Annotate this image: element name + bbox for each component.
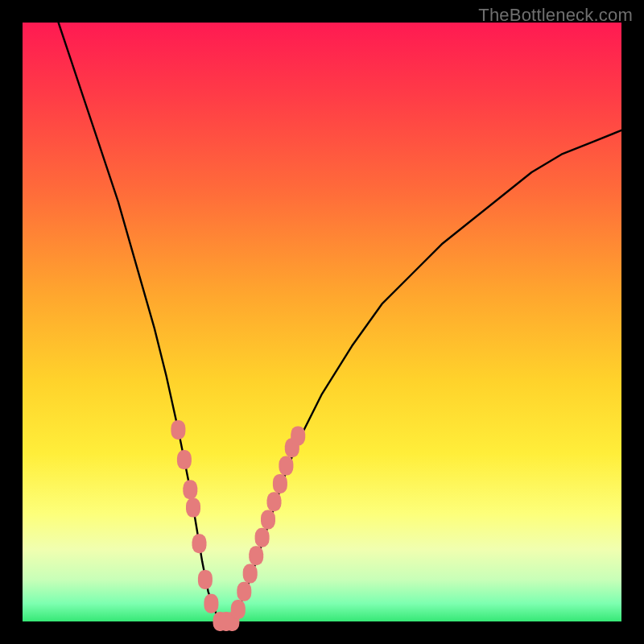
scatter-marker <box>255 528 270 547</box>
scatter-marker <box>273 474 287 493</box>
scatter-marker <box>192 534 207 553</box>
scatter-marker <box>171 420 185 440</box>
scatter-marker <box>243 564 258 584</box>
scatter-marker <box>204 594 218 613</box>
scatter-markers <box>171 420 305 631</box>
scatter-marker <box>183 480 197 499</box>
chart-frame: TheBottleneck.com <box>0 0 644 644</box>
bottleneck-curve <box>59 23 621 621</box>
scatter-marker <box>291 426 305 445</box>
scatter-marker <box>186 498 200 518</box>
scatter-marker <box>279 456 293 476</box>
scatter-marker <box>198 570 213 589</box>
scatter-marker <box>267 492 282 511</box>
scatter-marker <box>261 510 275 530</box>
scatter-marker <box>231 600 246 619</box>
chart-overlay <box>23 23 621 621</box>
scatter-marker <box>249 546 263 565</box>
scatter-marker <box>237 582 251 601</box>
scatter-marker <box>177 450 192 469</box>
